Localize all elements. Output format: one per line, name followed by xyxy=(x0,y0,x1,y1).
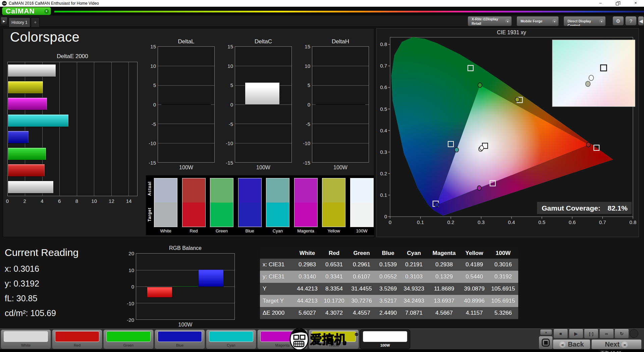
chevron-double-right-icon: » xyxy=(621,341,628,348)
patch-button-yellow[interactable]: Yellow xyxy=(309,329,359,349)
cie-y-tick: 0.3 xyxy=(380,149,387,155)
patch-button-red[interactable]: Red xyxy=(52,329,102,349)
swatch-box xyxy=(238,178,262,227)
tab-history-1[interactable]: History 1 xyxy=(9,17,30,27)
color-patch xyxy=(363,331,407,342)
patch-button-100w[interactable]: 100W xyxy=(360,329,410,349)
patch-button-magenta[interactable]: Magenta xyxy=(257,329,308,349)
swatch-box xyxy=(350,178,374,227)
clock-text: 下午 10:00 xyxy=(600,349,621,352)
swatch-box xyxy=(266,178,289,227)
meter-dropdown[interactable]: X-Rite i1Display RetailLCD (LED) ▼ xyxy=(468,16,512,26)
swatch-column-blue: Blue xyxy=(238,178,262,233)
table-cell: 0.3192 xyxy=(488,271,518,283)
gridline xyxy=(136,287,234,287)
table-cell: 2.4490 xyxy=(376,307,400,319)
loop-button[interactable]: ∞ xyxy=(599,328,614,339)
swatch-box xyxy=(322,178,345,227)
gear-icon: ⚙ xyxy=(616,18,620,24)
help-button[interactable]: ? xyxy=(625,16,637,26)
measured-marker-cyan xyxy=(454,147,459,152)
display-control-dropdown[interactable]: Direct Display Control ▼ xyxy=(564,16,606,26)
logo-dropdown-icon[interactable]: ▼ xyxy=(44,9,49,14)
display-control-label: Direct Display Control xyxy=(568,19,591,26)
color-patch xyxy=(209,331,253,342)
table-cell: 0.3140 xyxy=(293,271,321,283)
calman-logo-button[interactable]: CalMAN ▼ xyxy=(2,7,51,15)
inset-measured-marker xyxy=(586,81,590,87)
rgb-balance-bar-green xyxy=(172,286,198,287)
cie-y-tick: 0.6 xyxy=(380,84,387,90)
restore-button[interactable] xyxy=(610,0,624,7)
minimize-button[interactable]: – xyxy=(594,0,607,7)
table-cell: 0.2191 xyxy=(400,259,428,271)
cie-y-tick: 0.5 xyxy=(380,106,387,112)
swatch-column-red: Red xyxy=(182,178,206,233)
table-cell: 40.8996 xyxy=(461,295,488,307)
pattern-button[interactable]: [·] xyxy=(584,328,598,339)
table-cell: 0.3341 xyxy=(321,271,347,283)
patch-button-white[interactable]: White xyxy=(1,329,51,349)
table-cell: 0.3103 xyxy=(400,271,428,283)
close-button[interactable]: × xyxy=(629,0,642,7)
up-arrow-icon: ▲ xyxy=(545,331,547,334)
color-patch xyxy=(106,331,151,342)
table-cell: 0.2961 xyxy=(347,259,376,271)
play-icon: ▶ xyxy=(574,331,578,336)
gridline xyxy=(136,303,234,303)
table-row: Y44.42138.335431.44553.526934.932311.868… xyxy=(260,283,518,295)
source-dropdown[interactable]: Mobile Forge ▼ xyxy=(517,16,559,26)
swatch-box xyxy=(182,178,206,227)
patch-button-label: White xyxy=(1,343,51,347)
swatch-target xyxy=(351,203,373,227)
swatch-column-magenta: Magenta xyxy=(294,178,318,233)
patch-button-green[interactable]: Green xyxy=(103,329,154,349)
stop-button[interactable]: ■ xyxy=(553,328,568,339)
current-reading-fl: fL: 30.85 xyxy=(5,294,37,303)
column-header-Green: Green xyxy=(347,248,376,259)
panel-up-button[interactable]: ▲ xyxy=(540,329,552,335)
chevron-double-left-icon: « xyxy=(559,341,566,348)
actual-row-label: Actual xyxy=(147,181,152,196)
table-row: y: CIE310.31400.33410.61070.05520.31030.… xyxy=(260,271,518,283)
next-button[interactable]: Next » xyxy=(591,339,642,349)
settings-button[interactable]: ⚙ xyxy=(612,16,624,26)
row-label: y: CIE31 xyxy=(260,271,293,283)
table-cell: 0.6531 xyxy=(321,259,347,271)
help-icon: ? xyxy=(630,18,632,24)
rgb-balance-y-tick: -10 xyxy=(127,300,134,306)
refresh-button[interactable]: ↻ xyxy=(614,328,629,339)
calman-app-window: CM CalMAN 2016 CalMAN Enthusiast for Hom… xyxy=(0,0,644,352)
pattern-window-button[interactable] xyxy=(539,336,553,349)
play-button[interactable]: ▶ xyxy=(569,328,583,339)
patch-button-label: Green xyxy=(104,343,153,347)
page-title: Colorspace xyxy=(10,30,79,45)
target-row-label: Target xyxy=(147,208,152,222)
table-cell: 11.8689 xyxy=(428,283,461,295)
swatch-box xyxy=(154,178,177,227)
square-fill-icon xyxy=(544,341,548,345)
current-reading-title: Current Reading xyxy=(5,247,78,258)
cie-y-tick: 0 xyxy=(384,214,387,219)
current-reading-y: y: 0.3192 xyxy=(5,279,39,289)
swatch-target xyxy=(182,203,205,227)
back-label: Back xyxy=(568,341,584,348)
table-cell: 105.6915 xyxy=(488,295,518,307)
swatch-label: White xyxy=(154,228,177,233)
collapse-button[interactable]: ◀ xyxy=(638,16,644,26)
history-panel-expander[interactable]: ▶ xyxy=(1,17,7,25)
swatch-column-green: Green xyxy=(210,178,233,233)
column-header-Cyan: Cyan xyxy=(400,248,428,259)
measured-marker-blue xyxy=(435,203,439,207)
swatch-actual xyxy=(266,178,289,203)
color-patch xyxy=(4,331,48,342)
patch-button-cyan[interactable]: Cyan xyxy=(206,329,256,349)
swatch-label: Cyan xyxy=(266,228,289,233)
back-button[interactable]: « Back xyxy=(553,339,590,349)
table-cell: 5.6027 xyxy=(293,307,321,319)
patch-button-blue[interactable]: Blue xyxy=(155,329,205,349)
table-row: Target Y44.421310.172030.72763.521734.24… xyxy=(260,295,518,307)
table-cell: 5.3266 xyxy=(488,307,518,319)
patch-button-label: Blue xyxy=(155,343,205,347)
add-tab-button[interactable]: + xyxy=(31,17,40,27)
